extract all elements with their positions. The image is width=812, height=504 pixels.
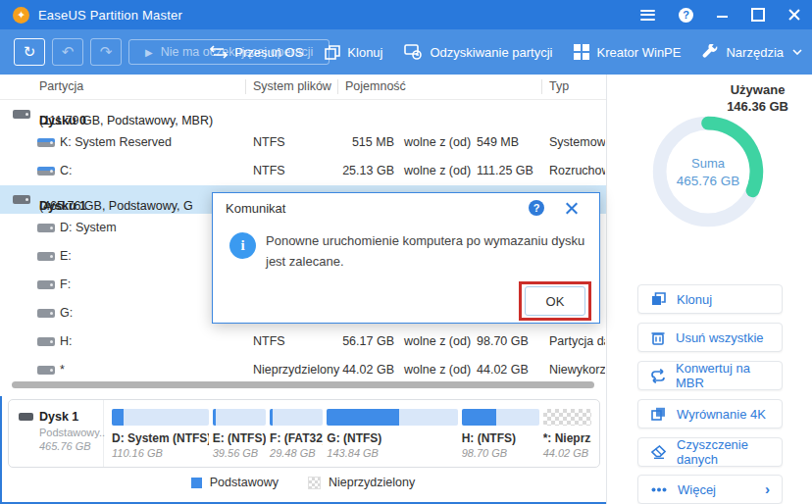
horizontal-scrollbar[interactable] [12, 381, 594, 388]
partition-icon [37, 252, 55, 261]
wipe-data-button[interactable]: Czyszczenie danych [637, 437, 783, 467]
swap-arrows-icon [210, 45, 228, 59]
message-dialog: Komunikat ? i Ponowne uruchomienie kompu… [212, 192, 600, 324]
disk-map-segment[interactable]: D: System (NTFS) 110.16 GB [112, 409, 209, 467]
delete-all-button[interactable]: Usuń wszystkie [637, 323, 783, 352]
menu-icon[interactable] [640, 10, 655, 21]
logo-star: ✦ [17, 9, 25, 22]
clone-button[interactable]: Klonuj [325, 45, 382, 60]
maximize-button[interactable] [751, 8, 765, 22]
partition-name: C: [60, 164, 73, 177]
table-row[interactable]: * Nieprzydzielony 44.02 GB wolne z (od) … [0, 356, 606, 384]
segment-size: 143.84 GB [327, 447, 457, 459]
partition-icon [37, 280, 55, 289]
winpe-creator-label: Kreator WinPE [596, 45, 681, 60]
undo-icon: ↶ [62, 43, 75, 61]
window-title: EaseUS Partition Master [38, 8, 182, 23]
disk-map-segment[interactable]: G: (NTFS) 143.84 GB [327, 409, 457, 467]
tools-menu-button[interactable]: Narzędzia [702, 44, 802, 60]
fs-value: NTFS [253, 135, 285, 149]
redo-icon: ↷ [100, 43, 113, 61]
table-row[interactable]: Dysku 0 (111.79 GB, Podstawowy, MBR) [0, 100, 606, 128]
donut-center-label: Suma 465.76 GB [646, 110, 770, 233]
table-row[interactable]: H: NTFS 56.17 GB wolne z (od) 98.70 GB P… [0, 328, 606, 356]
table-row[interactable]: K: System Reserved NTFS 515 MB wolne z (… [0, 128, 606, 157]
type-value: Systemowa, . [549, 135, 605, 149]
disk-map-card[interactable]: Dysk 1 Podstawowy.. 465.76 GB D: System … [8, 399, 600, 468]
toolbar: ↻ ↶ ↷ ▶ Nie ma oczekującej operacji Prze… [0, 29, 812, 75]
partition-bar [270, 409, 323, 426]
wipe-data-label: Czyszczenie danych [677, 437, 782, 467]
help-icon[interactable]: ? [679, 8, 693, 23]
unallocated-legend-label: Nieprzydzielony [329, 476, 415, 489]
partition-name: * [60, 363, 65, 377]
segment-label: H: (NTFS) [462, 431, 539, 445]
disk-icon [13, 110, 30, 119]
migrate-os-button[interactable]: Przesuń OS [210, 45, 303, 60]
type-value: Niewykorzyst [549, 363, 605, 377]
play-icon: ▶ [145, 47, 153, 58]
ok-annotation-box: OK [519, 281, 591, 321]
disk-map-segment[interactable]: H: (NTFS) 98.70 GB [462, 409, 539, 467]
question-glyph: ? [533, 202, 540, 214]
info-glyph: i [240, 237, 244, 254]
segment-label: *: Nieprz... [543, 431, 591, 445]
free-value: 25.13 GB [320, 164, 394, 177]
segment-size: 44.02 GB [543, 447, 591, 459]
dialog-close-icon[interactable] [565, 202, 578, 215]
col-partition[interactable]: Partycja [39, 79, 83, 93]
disk-map-name: Dysk 1 [39, 410, 78, 424]
partition-icon [37, 224, 55, 232]
partition-bar [462, 409, 539, 426]
migrate-os-label: Przesuń OS [234, 45, 303, 60]
app-window: ✦ EaseUS Partition Master ? ↻ ↶ ↷ ▶ Nie … [0, 0, 812, 504]
disk-map-segment[interactable]: F: (FAT32) 29.48 GB [270, 409, 323, 467]
col-filesystem[interactable]: System plików [253, 79, 331, 93]
free-value: 56.17 GB [320, 334, 394, 348]
partition-icon [37, 366, 55, 375]
disk-map-segment-unallocated[interactable]: *: Nieprz... 44.02 GB [543, 409, 591, 467]
chevron-down-icon [792, 49, 802, 55]
dialog-message: Ponowne uruchomienie komputera po wymaza… [266, 230, 589, 272]
winpe-creator-button[interactable]: Kreator WinPE [574, 44, 681, 60]
total-label: Suma [691, 156, 725, 171]
refresh-button[interactable]: ↻ [14, 38, 45, 66]
col-type[interactable]: Typ [549, 79, 569, 93]
clone-button-label: Klonuj [677, 292, 712, 307]
minimize-button[interactable] [717, 16, 728, 18]
fs-value: NTFS [253, 164, 285, 177]
more-button[interactable]: Więcej › [637, 475, 783, 504]
partition-name: K: System Reserved [60, 135, 172, 149]
align-4k-icon [651, 407, 666, 421]
align-4k-button[interactable]: Wyrównanie 4K [637, 399, 783, 428]
disk-icon [13, 195, 30, 204]
clone-icon [325, 45, 340, 60]
dialog-help-icon[interactable]: ? [529, 200, 544, 216]
close-button[interactable] [788, 9, 800, 21]
clone-sidebar-button[interactable]: Klonuj [637, 284, 783, 314]
disk-detail: (465.76 GB, Podstawowy, G [39, 199, 193, 213]
partition-recovery-icon [404, 44, 423, 60]
disk-map-info: Dysk 1 Podstawowy.. 465.76 GB [9, 400, 104, 467]
total-value: 98.70 GB [477, 334, 529, 348]
unallocated-bar [543, 409, 591, 426]
trash-icon [651, 330, 665, 345]
disk-icon [19, 413, 33, 421]
segment-size: 39.56 GB [213, 447, 266, 459]
partition-icon [37, 167, 55, 176]
free-value: 44.02 GB [320, 363, 394, 377]
partition-icon [37, 309, 55, 318]
disk-map-segment[interactable]: E: (NTFS) 39.56 GB [213, 409, 266, 467]
ok-button[interactable]: OK [525, 286, 585, 316]
convert-to-mbr-button[interactable]: Konwertuj na MBR [637, 361, 783, 390]
primary-legend-icon [191, 478, 202, 488]
total-value: 549 MB [477, 135, 519, 149]
partition-recovery-button[interactable]: Odzyskiwanie partycji [404, 44, 552, 60]
col-capacity[interactable]: Pojemność [345, 79, 406, 93]
redo-button[interactable]: ↷ [90, 38, 122, 66]
disk-map-legend: Podstawowy Nieprzydzielony [0, 476, 606, 489]
undo-button[interactable]: ↶ [52, 38, 83, 66]
table-row[interactable]: C: NTFS 25.13 GB wolne z (od) 111.25 GB … [0, 157, 606, 185]
convert-icon [651, 369, 665, 383]
segment-label: G: (NTFS) [327, 431, 457, 445]
